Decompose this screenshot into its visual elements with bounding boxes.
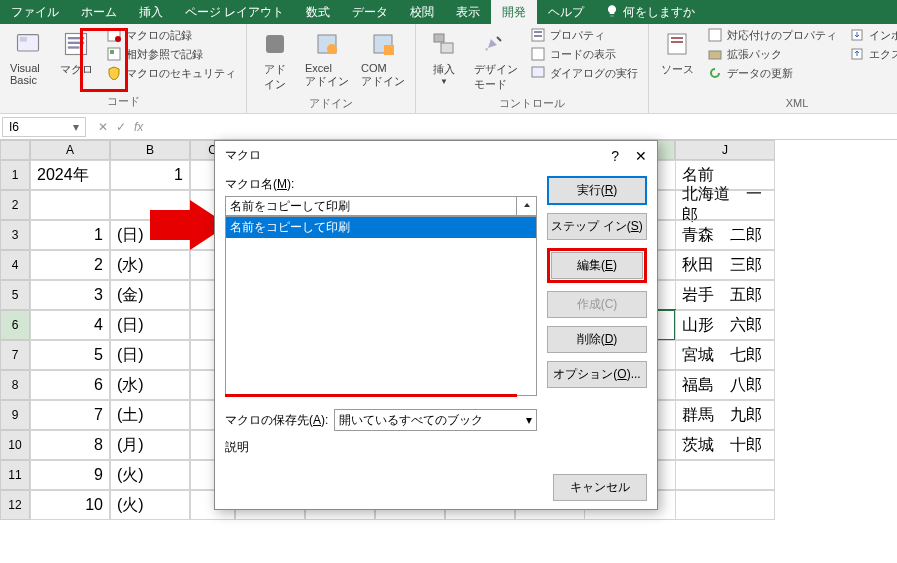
cell-A11[interactable]: 9 bbox=[30, 460, 110, 490]
source-button[interactable]: ソース bbox=[655, 26, 699, 82]
cell-A5[interactable]: 3 bbox=[30, 280, 110, 310]
tab-file[interactable]: ファイル bbox=[0, 0, 70, 25]
view-code-button[interactable]: コードの表示 bbox=[526, 45, 642, 63]
step-into-button[interactable]: ステップ イン(S) bbox=[547, 213, 647, 240]
visual-basic-button[interactable]: Visual Basic bbox=[6, 26, 50, 88]
row-header-4[interactable]: 4 bbox=[0, 250, 30, 280]
row-header-8[interactable]: 8 bbox=[0, 370, 30, 400]
tab-insert[interactable]: 挿入 bbox=[128, 0, 174, 25]
row-header-6[interactable]: 6 bbox=[0, 310, 30, 340]
tab-layout[interactable]: ページ レイアウト bbox=[174, 0, 295, 25]
run-button[interactable]: 実行(R) bbox=[547, 176, 647, 205]
record-macro-button[interactable]: マクロの記録 bbox=[102, 26, 240, 44]
name-box[interactable]: I6 ▾ bbox=[2, 117, 86, 137]
import-button[interactable]: インポート bbox=[845, 26, 897, 44]
cell-J10[interactable]: 茨城 十郎 bbox=[675, 430, 775, 460]
dialog-help-button[interactable]: ? bbox=[611, 148, 619, 164]
refresh-data-button[interactable]: データの更新 bbox=[703, 64, 841, 82]
cell-A7[interactable]: 5 bbox=[30, 340, 110, 370]
tab-developer[interactable]: 開発 bbox=[491, 0, 537, 25]
tab-review[interactable]: 校閲 bbox=[399, 0, 445, 25]
macro-name-input[interactable] bbox=[225, 196, 517, 216]
cancel-formula-icon[interactable]: ✕ bbox=[98, 120, 108, 134]
cell-J11[interactable] bbox=[675, 460, 775, 490]
col-header-J[interactable]: J bbox=[675, 140, 775, 160]
excel-addins-button[interactable]: Excel アドイン bbox=[301, 26, 353, 94]
cell-B10[interactable]: (月) bbox=[110, 430, 190, 460]
cell-J3[interactable]: 青森 二郎 bbox=[675, 220, 775, 250]
fx-icon[interactable]: fx bbox=[134, 120, 143, 134]
tab-help[interactable]: ヘルプ bbox=[537, 0, 595, 25]
cell-B4[interactable]: (水) bbox=[110, 250, 190, 280]
col-header-B[interactable]: B bbox=[110, 140, 190, 160]
formula-input[interactable] bbox=[153, 125, 897, 129]
expansion-pack-button[interactable]: 拡張パック bbox=[703, 45, 841, 63]
col-header-A[interactable]: A bbox=[30, 140, 110, 160]
design-mode-button[interactable]: デザイン モード bbox=[470, 26, 522, 94]
macros-button[interactable]: マクロ bbox=[54, 26, 98, 88]
tab-data[interactable]: データ bbox=[341, 0, 399, 25]
tab-view[interactable]: 表示 bbox=[445, 0, 491, 25]
run-dialog-button[interactable]: ダイアログの実行 bbox=[526, 64, 642, 82]
chevron-down-icon[interactable]: ▾ bbox=[73, 120, 79, 134]
cell-J2[interactable]: 北海道 一郎 bbox=[675, 190, 775, 220]
macro-list[interactable]: 名前をコピーして印刷 bbox=[225, 216, 537, 396]
cell-A4[interactable]: 2 bbox=[30, 250, 110, 280]
tab-home[interactable]: ホーム bbox=[70, 0, 128, 25]
cell-B3[interactable]: (日) bbox=[110, 220, 190, 250]
cell-A2[interactable] bbox=[30, 190, 110, 220]
tell-me[interactable]: 何をしますか bbox=[595, 4, 705, 21]
properties-button[interactable]: プロパティ bbox=[526, 26, 642, 44]
tab-formula[interactable]: 数式 bbox=[295, 0, 341, 25]
dialog-titlebar[interactable]: マクロ ? ✕ bbox=[215, 141, 657, 170]
insert-control-button[interactable]: 挿入▼ bbox=[422, 26, 466, 94]
enter-formula-icon[interactable]: ✓ bbox=[116, 120, 126, 134]
row-header-12[interactable]: 12 bbox=[0, 490, 30, 520]
cell-B11[interactable]: (火) bbox=[110, 460, 190, 490]
cell-J9[interactable]: 群馬 九郎 bbox=[675, 400, 775, 430]
cell-J12[interactable] bbox=[675, 490, 775, 520]
cell-B1[interactable]: 1 bbox=[110, 160, 190, 190]
cell-A12[interactable]: 10 bbox=[30, 490, 110, 520]
cell-B2[interactable] bbox=[110, 190, 190, 220]
cell-A3[interactable]: 1 bbox=[30, 220, 110, 250]
edit-button[interactable]: 編集(E) bbox=[551, 252, 643, 279]
macro-security-button[interactable]: マクロのセキュリティ bbox=[102, 64, 240, 82]
cell-J5[interactable]: 岩手 五郎 bbox=[675, 280, 775, 310]
export-button[interactable]: エクスポート bbox=[845, 45, 897, 63]
cell-B9[interactable]: (土) bbox=[110, 400, 190, 430]
cell-A8[interactable]: 6 bbox=[30, 370, 110, 400]
cell-A10[interactable]: 8 bbox=[30, 430, 110, 460]
com-addins-button[interactable]: COM アドイン bbox=[357, 26, 409, 94]
row-header-11[interactable]: 11 bbox=[0, 460, 30, 490]
macro-list-item[interactable]: 名前をコピーして印刷 bbox=[226, 217, 536, 238]
cell-B12[interactable]: (火) bbox=[110, 490, 190, 520]
options-button[interactable]: オプション(O)... bbox=[547, 361, 647, 388]
cell-A6[interactable]: 4 bbox=[30, 310, 110, 340]
addins-button[interactable]: アド イン bbox=[253, 26, 297, 94]
row-header-3[interactable]: 3 bbox=[0, 220, 30, 250]
cell-B5[interactable]: (金) bbox=[110, 280, 190, 310]
cell-B6[interactable]: (日) bbox=[110, 310, 190, 340]
relative-ref-button[interactable]: 相対参照で記録 bbox=[102, 45, 240, 63]
row-header-2[interactable]: 2 bbox=[0, 190, 30, 220]
row-header-7[interactable]: 7 bbox=[0, 340, 30, 370]
dialog-close-button[interactable]: ✕ bbox=[635, 148, 647, 164]
cell-J7[interactable]: 宮城 七郎 bbox=[675, 340, 775, 370]
storage-select[interactable]: 開いているすべてのブック ▾ bbox=[334, 409, 537, 431]
row-header-5[interactable]: 5 bbox=[0, 280, 30, 310]
cell-A1[interactable]: 2024年 bbox=[30, 160, 110, 190]
row-header-10[interactable]: 10 bbox=[0, 430, 30, 460]
cell-J4[interactable]: 秋田 三郎 bbox=[675, 250, 775, 280]
cancel-button[interactable]: キャンセル bbox=[553, 474, 647, 501]
row-header-1[interactable]: 1 bbox=[0, 160, 30, 190]
delete-button[interactable]: 削除(D) bbox=[547, 326, 647, 353]
cell-J6[interactable]: 山形 六郎 bbox=[675, 310, 775, 340]
row-header-9[interactable]: 9 bbox=[0, 400, 30, 430]
select-all-corner[interactable] bbox=[0, 140, 30, 160]
map-properties-button[interactable]: 対応付けのプロパティ bbox=[703, 26, 841, 44]
cell-B8[interactable]: (水) bbox=[110, 370, 190, 400]
reference-collapse-button[interactable] bbox=[517, 196, 537, 216]
cell-J8[interactable]: 福島 八郎 bbox=[675, 370, 775, 400]
cell-A9[interactable]: 7 bbox=[30, 400, 110, 430]
